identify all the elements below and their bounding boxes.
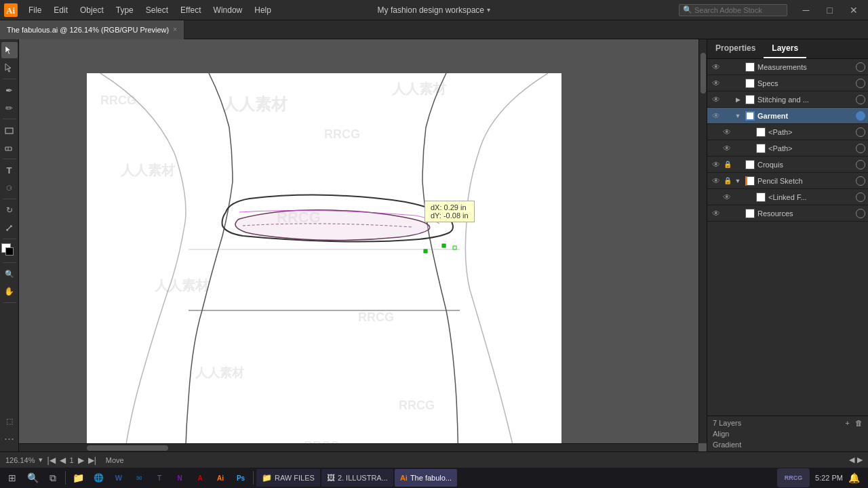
layer-target-resources[interactable] [856,209,865,218]
more-tools[interactable]: ··· [4,432,14,446]
layer-target-stitching[interactable] [856,95,865,104]
layer-expand-stitching[interactable]: ▶ [733,96,743,103]
tab-properties[interactable]: Properties [707,39,764,58]
align-section[interactable]: Align [713,430,863,438]
layer-target-linked[interactable] [856,192,865,202]
select-tool[interactable] [1,42,18,58]
photoshop-button[interactable]: Ps [231,469,250,487]
hand-tool[interactable]: ✋ [1,283,18,300]
layer-stitching[interactable]: 👁 ▶ Stitching and ... [707,92,868,108]
close-button[interactable]: ✕ [842,0,865,20]
delete-layer-button[interactable]: 🗑 [855,419,863,427]
layer-eye-path1[interactable]: 👁 [721,127,733,137]
workspace-label: My fashion design workspace [378,5,484,15]
layer-garment[interactable]: 👁 ▼ Garment [707,108,868,124]
onenote-button[interactable]: N [170,469,189,487]
menu-window[interactable]: Window [208,3,248,18]
artboard-nav-left[interactable]: ◀ [849,455,854,464]
rectangle-tool[interactable] [1,122,18,138]
maximize-button[interactable]: □ [818,0,842,20]
gradient-section[interactable]: Gradient [713,441,863,449]
nav-prev-prev[interactable]: |◀ [47,455,55,465]
taskbar-fabulous[interactable]: Ai The fabulo... [395,469,457,487]
layer-path-2[interactable]: 👁 <Path> [707,140,868,157]
layer-eye-specs[interactable]: 👁 [710,79,722,88]
layer-expand-pencil[interactable]: ▼ [733,178,743,184]
layer-eye-linked[interactable]: 👁 [721,192,733,202]
teams-button[interactable]: T [150,469,169,487]
layer-target-pencil[interactable] [856,176,865,186]
document-tab[interactable]: The fabulous.ai @ 126.14% (RGB/GPU Previ… [0,20,184,39]
canvas-area[interactable]: RRCG 人人素材 RRCG 人人素材 RRCG 人人素材 RRCG 人人素材 … [19,39,707,451]
layer-linked-file[interactable]: 👁 <Linked F... [707,189,868,205]
tab-layers[interactable]: Layers [764,39,806,58]
layer-eye-stitching[interactable]: 👁 [710,95,722,104]
add-layer-button[interactable]: + [846,419,850,427]
layer-eye-pencil[interactable]: 👁 [710,176,722,186]
layer-lock-croquis[interactable]: 🔒 [722,161,733,168]
layer-target-path1[interactable] [856,127,865,137]
pencil-tool[interactable]: ✏ [1,100,18,116]
layer-resources[interactable]: 👁 Resources [707,205,868,222]
illustrator-taskbar-button[interactable]: Ai [211,469,230,487]
notification-button[interactable]: 🔔 [848,472,860,483]
layer-target-specs[interactable] [856,79,865,88]
menu-edit[interactable]: Edit [48,3,73,18]
nav-next[interactable]: ▶ [78,455,84,465]
layer-eye-garment[interactable]: 👁 [710,111,722,121]
menu-help[interactable]: Help [249,3,277,18]
taskview-button[interactable]: ⧉ [43,469,62,487]
color-swatches[interactable] [1,243,18,260]
taskbar-raw-files[interactable]: 📁 RAW FILES [256,469,320,487]
layer-lock-pencil[interactable]: 🔒 [722,177,733,184]
file-explorer-button[interactable]: 📁 [68,469,87,487]
layer-expand-garment[interactable]: ▼ [733,113,743,119]
layer-eye-croquis[interactable]: 👁 [710,160,722,169]
menu-type[interactable]: Type [111,3,139,18]
scale-tool[interactable] [1,220,18,236]
workspace-chevron[interactable]: ▾ [487,6,490,14]
pen-tool[interactable]: ✒ [1,82,18,98]
acrobat-button[interactable]: A [191,469,210,487]
search-taskbar-button[interactable]: 🔍 [23,469,42,487]
eraser-tool[interactable] [1,140,18,156]
word-button[interactable]: W [109,469,128,487]
right-panel: Properties Layers 👁 Measurements 👁 Specs [707,39,868,451]
tab-close-button[interactable]: × [173,26,177,33]
nav-prev[interactable]: ◀ [60,455,66,465]
search-input[interactable] [679,4,787,16]
layer-target-croquis[interactable] [856,160,865,169]
workspace-selector[interactable]: My fashion design workspace ▾ [372,0,496,20]
minimize-button[interactable]: ─ [794,0,818,20]
rotate-tool[interactable]: ↻ [1,202,18,218]
layer-pencil-sketch[interactable]: 👁 🔒 ▼ Pencil Sketch [707,173,868,189]
menu-object[interactable]: Object [75,3,109,18]
outlook-button[interactable]: ✉ [130,469,149,487]
zoom-tool[interactable]: 🔍 [1,266,18,282]
vertical-scrollbar[interactable] [698,39,707,443]
layer-target-garment[interactable] [856,111,865,121]
edge-button[interactable]: 🌐 [89,469,108,487]
start-button[interactable]: ⊞ [3,469,22,487]
menu-effect[interactable]: Effect [175,3,206,18]
taskbar-illustra[interactable]: 🖼 2. ILLUSTRA... [321,469,393,487]
horizontal-scrollbar[interactable] [19,443,698,451]
layer-measurements[interactable]: 👁 Measurements [707,59,868,75]
direct-select-tool[interactable] [1,60,18,76]
layer-croquis[interactable]: 👁 🔒 Croquis [707,157,868,173]
layer-target-path2[interactable] [856,144,865,153]
layer-target-measurements[interactable] [856,62,865,72]
artboard-nav-right[interactable]: ▶ [857,455,863,464]
layer-eye-resources[interactable]: 👁 [710,209,722,218]
type-tool[interactable]: T [1,162,18,178]
layer-specs[interactable]: 👁 Specs [707,75,868,92]
layer-eye-path2[interactable]: 👁 [721,144,733,153]
artboard-tool[interactable]: ⬚ [1,413,18,429]
zoom-dropdown-arrow[interactable]: ▾ [39,455,43,464]
layer-path-1[interactable]: 👁 <Path> [707,124,868,140]
layer-eye-measurements[interactable]: 👁 [710,62,722,72]
menu-select[interactable]: Select [140,3,174,18]
touch-type-tool[interactable]: ⚆ [1,180,18,196]
menu-file[interactable]: File [23,3,47,18]
nav-next-next[interactable]: ▶| [88,455,96,465]
